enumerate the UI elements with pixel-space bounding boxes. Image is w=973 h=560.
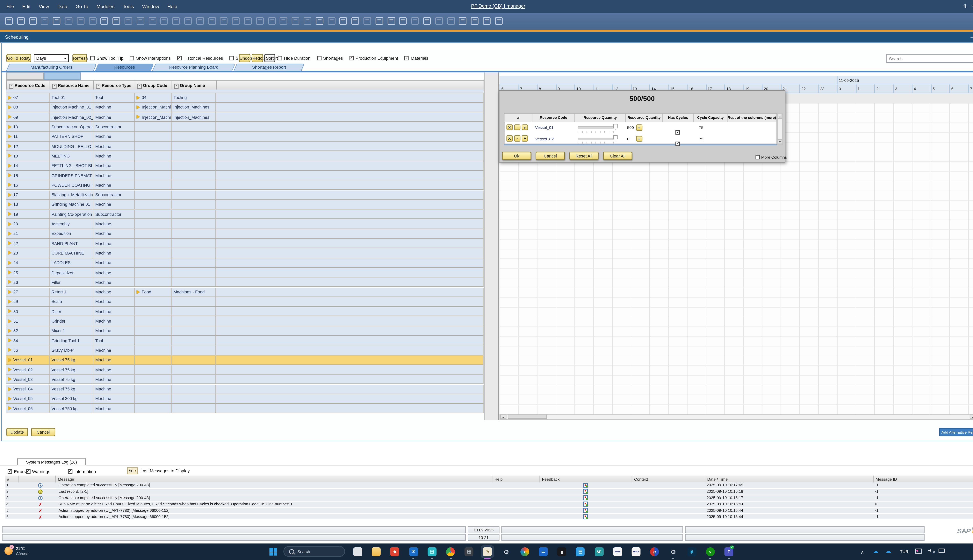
link-arrow-icon[interactable] <box>8 280 11 284</box>
table-row-21[interactable]: 21ExpeditionMachine <box>7 229 483 239</box>
move-icon[interactable] <box>100 17 108 25</box>
checkbox[interactable] <box>68 469 72 473</box>
link-arrow-icon[interactable] <box>8 270 11 274</box>
message-icon[interactable] <box>351 17 359 25</box>
last-record-icon[interactable] <box>184 17 192 25</box>
tab-shortages-report[interactable]: Shortages Report <box>235 63 303 71</box>
link-arrow-icon[interactable] <box>8 261 11 265</box>
messages-column-Help[interactable]: Help <box>493 476 540 483</box>
checkbox-historical-resources[interactable]: Historical Resources <box>177 56 229 60</box>
edit-check-icon[interactable] <box>471 17 478 25</box>
gears-icon[interactable]: ⚙ <box>502 547 511 556</box>
checkbox[interactable] <box>130 56 134 60</box>
checkbox[interactable] <box>8 469 12 473</box>
copy-icon[interactable] <box>53 17 60 25</box>
feedback-icon[interactable] <box>583 514 588 519</box>
ok-button[interactable]: Ok <box>502 152 531 160</box>
table-row-25[interactable]: 25DepalletizerMachine <box>7 268 483 278</box>
decrement-button[interactable]: - <box>514 124 520 130</box>
xbox-icon[interactable]: ✕ <box>706 547 715 556</box>
link-arrow-icon[interactable] <box>8 338 11 342</box>
minimize-icon[interactable]: ━ <box>969 0 973 13</box>
table-row-24[interactable]: 24LADDLESMachine <box>7 258 483 268</box>
table-row-14[interactable]: 14FETTLING - SHOT BLMachine <box>7 161 483 171</box>
dialog-column-resource-code[interactable]: Resource Code <box>532 113 575 122</box>
tray-chevron-icon[interactable]: ∧ <box>859 549 866 555</box>
checkbox[interactable] <box>317 56 321 60</box>
start-button[interactable] <box>269 548 277 555</box>
link-arrow-icon[interactable] <box>8 96 11 100</box>
link-arrow-icon[interactable] <box>8 232 11 235</box>
redo-button[interactable]: Redo <box>252 54 263 62</box>
link-arrow-icon[interactable] <box>8 144 11 148</box>
increase-quantity-button[interactable]: + <box>636 135 642 142</box>
messages-column-Feedback[interactable]: Feedback <box>540 476 632 483</box>
dialog-column-resource-quantity[interactable]: Resource Quantity <box>626 113 663 122</box>
more-columns[interactable]: More Columns <box>756 155 787 160</box>
touch-keyboard-icon[interactable] <box>939 548 945 553</box>
link-arrow-icon[interactable] <box>8 407 11 410</box>
messages-column-Message[interactable]: Message <box>56 476 492 483</box>
link-arrow-icon[interactable] <box>8 212 11 216</box>
column-header-resource-type[interactable]: ▾Resource Type <box>94 81 135 90</box>
table-row-16[interactable]: 16POWDER COATING IMachine <box>7 180 483 190</box>
checkbox[interactable] <box>349 56 354 60</box>
previous-record-icon[interactable] <box>160 17 168 25</box>
table-row-31[interactable]: 31GrinderMachine <box>7 317 483 326</box>
red-app-icon[interactable]: ◆ <box>390 547 399 556</box>
messages-log-tab[interactable]: System Messages Log (28) <box>17 458 86 465</box>
search-input[interactable] <box>886 54 973 63</box>
doc-clock-icon[interactable] <box>256 17 264 25</box>
table-row-26[interactable]: 26FillerMachine <box>7 278 483 287</box>
freeze-table-icon[interactable] <box>113 17 120 25</box>
link-arrow-icon[interactable] <box>8 319 11 323</box>
checkbox[interactable] <box>278 56 282 60</box>
feedback-icon[interactable] <box>583 495 588 500</box>
quantity-slider-handle[interactable] <box>613 135 618 142</box>
checkbox[interactable] <box>177 56 182 60</box>
cancel-button[interactable]: Cancel <box>536 152 565 160</box>
refresh-icon[interactable] <box>196 17 204 25</box>
erp-db-icon[interactable]: ▤ <box>428 547 436 556</box>
link-arrow-icon[interactable] <box>8 309 11 313</box>
payment-icon[interactable] <box>459 17 466 25</box>
cloud-icon[interactable]: ☁ <box>884 548 892 554</box>
table-row-15[interactable]: 15GRINDERS PNEMATMachine <box>7 171 483 180</box>
messages-column-#[interactable]: # <box>5 476 19 483</box>
table-row-18[interactable]: 18Grinding Machine 01Machine <box>7 200 483 210</box>
taskbar-search[interactable]: Search <box>283 546 345 557</box>
link-arrow-icon[interactable] <box>8 135 11 138</box>
column-header-resource-name[interactable]: ▾Resource Name <box>50 81 94 90</box>
table-row-23[interactable]: 23CORE MACHINEMachine <box>7 248 483 258</box>
wms2-app-icon[interactable]: WMS <box>632 547 640 556</box>
table-row-08[interactable]: 08Injection Machine_01_MachineInjection_… <box>7 103 483 112</box>
tab-manufacturing-orders[interactable]: Manufacturing Orders <box>8 63 95 71</box>
message-row-5[interactable]: 5✗Action stopped by add-on (UI_API -7780… <box>5 508 973 513</box>
link-arrow-icon[interactable] <box>8 290 11 294</box>
dialog-scrollbar[interactable]: ∧ ∨ <box>777 113 783 145</box>
refresh-button[interactable]: Refresh <box>72 54 87 62</box>
tab-resources[interactable]: Resources <box>97 63 152 71</box>
next-record-icon[interactable] <box>172 17 180 25</box>
dark-app-icon[interactable]: ▦ <box>465 547 474 556</box>
column-header-group-name[interactable]: ▾Group Name <box>172 81 217 90</box>
feedback-icon[interactable] <box>583 489 588 494</box>
next-cell-icon[interactable] <box>244 17 252 25</box>
monitor-icon[interactable] <box>915 548 922 553</box>
filter-warnings[interactable]: Warnings <box>26 469 50 473</box>
add-alternative-resources-button[interactable]: Add Alternative Res... <box>939 428 973 436</box>
coin-icon[interactable] <box>268 17 276 25</box>
table-row-Vessel_03[interactable]: Vessel_03Vessel 75 kgMachine <box>7 375 483 384</box>
feedback-icon[interactable] <box>583 502 588 506</box>
filter-icon[interactable]: ▾ <box>9 84 13 89</box>
web-doc-icon[interactable] <box>483 17 491 25</box>
undo-button[interactable]: Undo <box>239 54 251 62</box>
last-messages-count-select[interactable]: 50 ▼ <box>127 467 138 474</box>
message-row-3[interactable]: 3iOperation completed successfully [Mess… <box>5 495 973 501</box>
messages-column-Date / Time[interactable]: Date / Time <box>705 476 874 483</box>
cascade-icon[interactable]: ⇅ <box>961 0 969 13</box>
link-arrow-icon[interactable] <box>8 193 11 197</box>
has-cycles-checkbox[interactable] <box>675 136 680 148</box>
org-chart-icon[interactable] <box>411 17 419 25</box>
message-dim-icon[interactable] <box>363 17 371 25</box>
